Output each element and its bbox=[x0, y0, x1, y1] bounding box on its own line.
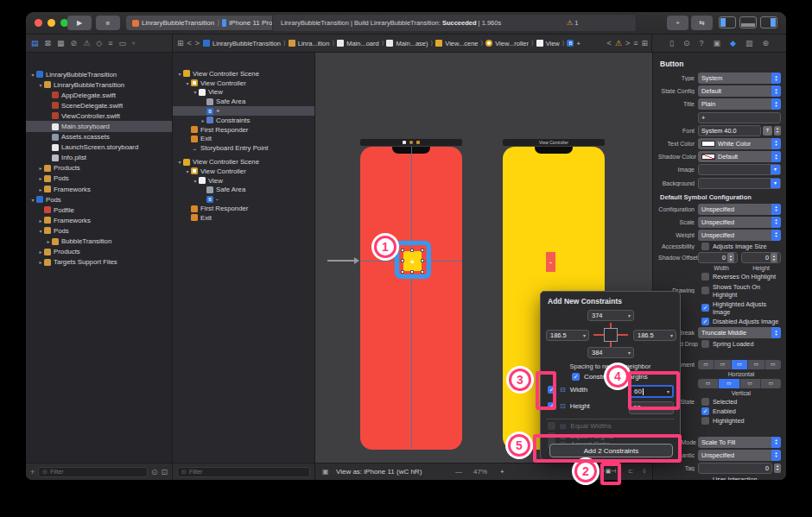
right-scene-dock[interactable]: View Controller bbox=[503, 139, 605, 146]
file-row[interactable]: Info.plist bbox=[26, 153, 172, 163]
file-row[interactable]: ▾LinraryBubbleTransition bbox=[26, 69, 172, 79]
segment-2[interactable]: ▭ bbox=[740, 379, 761, 388]
stepper-icon[interactable]: ▴▾ bbox=[774, 126, 781, 136]
stepper-icon[interactable]: ▴▾ bbox=[727, 253, 734, 262]
file-row[interactable]: ▸Products bbox=[26, 247, 172, 257]
code-review-button[interactable]: ⇆ bbox=[691, 16, 713, 30]
inspector-tab-quick-help-icon[interactable]: ? bbox=[699, 39, 703, 47]
file-row[interactable]: ▾Pods bbox=[26, 194, 172, 205]
minimize-button[interactable] bbox=[48, 19, 55, 27]
run-button[interactable]: ▶ bbox=[67, 16, 92, 30]
disclosure-icon[interactable]: ▾ bbox=[37, 228, 44, 234]
file-row[interactable]: ▸Products bbox=[26, 163, 172, 173]
view-controller-dock-icon[interactable] bbox=[403, 141, 406, 144]
stepper-icon[interactable]: ▲▼ bbox=[771, 98, 781, 110]
stop-button[interactable]: ■ bbox=[96, 16, 120, 30]
reverses-on-highlight-checkbox[interactable] bbox=[701, 273, 709, 281]
inspector-tab-size-icon[interactable]: ▥ bbox=[745, 39, 753, 47]
jumpbar-segment[interactable]: View bbox=[536, 40, 560, 47]
navigator-filter-input[interactable]: ⊙ Filter bbox=[38, 467, 148, 477]
inspector-tab-identity-icon[interactable]: ▣ bbox=[714, 39, 721, 47]
disclosure-icon[interactable]: ▾ bbox=[184, 80, 191, 86]
outline-row[interactable]: First Responder bbox=[173, 204, 314, 213]
text-color-dropdown[interactable]: White Color▲▼ bbox=[698, 138, 781, 149]
image-combo[interactable]: ▾ bbox=[698, 164, 781, 175]
issues-icon[interactable]: ⚠ bbox=[83, 39, 90, 47]
highlighted-checkbox[interactable] bbox=[701, 417, 709, 425]
left-scene-dock[interactable] bbox=[360, 139, 462, 146]
embed-icon[interactable]: ⊏ bbox=[628, 468, 633, 475]
file-row[interactable]: Assets.xcassets bbox=[26, 132, 172, 142]
disclosure-icon[interactable]: ▸ bbox=[37, 165, 44, 171]
disclosure-icon[interactable]: ▸ bbox=[37, 218, 44, 224]
issue-prev-icon[interactable]: < bbox=[607, 39, 612, 47]
trailing-spacing-field[interactable]: 186.5▾ bbox=[633, 330, 676, 341]
file-row[interactable]: ▾LinraryBubbleTransition bbox=[26, 79, 172, 90]
zoom-out-icon[interactable]: — bbox=[455, 468, 462, 476]
stepper-icon[interactable]: ▴▾ bbox=[774, 463, 781, 473]
enabled-checkbox[interactable]: ✓ bbox=[701, 407, 709, 415]
font-field[interactable]: System 40.0 bbox=[698, 125, 761, 136]
jumpbar-segment[interactable]: Main...oard bbox=[337, 40, 379, 47]
adjusts-image-size-checkbox[interactable] bbox=[701, 243, 709, 250]
outline-row[interactable]: ▾View Controller bbox=[173, 79, 314, 88]
exit-dock-icon[interactable] bbox=[416, 141, 420, 144]
offset-height-field[interactable]: 0▴▾ bbox=[741, 252, 781, 263]
segment-1[interactable]: ▭ bbox=[719, 379, 739, 388]
project-navigator-icon[interactable]: ▤ bbox=[31, 39, 39, 47]
title-text-field[interactable]: + bbox=[698, 112, 781, 123]
font-picker-icon[interactable]: T bbox=[763, 126, 772, 136]
stepper-icon[interactable]: ▲▼ bbox=[771, 437, 781, 448]
back-icon[interactable]: < bbox=[187, 39, 192, 47]
disclosure-icon[interactable]: ▸ bbox=[37, 175, 44, 181]
disclosure-icon[interactable]: ▾ bbox=[192, 178, 199, 184]
related-items-icon[interactable]: ⊞ bbox=[177, 39, 184, 47]
first-responder-dock-icon[interactable] bbox=[409, 141, 413, 144]
source-control-icon[interactable]: ⊠ bbox=[45, 39, 52, 47]
outline-row[interactable]: ▾View bbox=[173, 88, 314, 98]
stepper-icon[interactable]: ▲▼ bbox=[771, 138, 781, 149]
constrain-margins-checkbox[interactable]: ✓ bbox=[572, 373, 580, 381]
warning-badge[interactable]: ⚠ 1 bbox=[567, 19, 578, 27]
content-mode-dropdown[interactable]: Scale To Fill▲▼ bbox=[698, 437, 781, 448]
equal-widths-row[interactable]: ▤ Equal Widths bbox=[548, 422, 675, 430]
editor-options-icon[interactable]: ≡ bbox=[633, 39, 638, 47]
type-dropdown[interactable]: System▲▼ bbox=[698, 73, 781, 84]
outline-row[interactable]: ▾View Controller Scene bbox=[173, 157, 314, 167]
spring-loaded-checkbox[interactable] bbox=[701, 340, 709, 348]
add-editor-icon[interactable]: ⊞ bbox=[641, 39, 648, 47]
shadow-color-dropdown[interactable]: Default▲▼ bbox=[698, 151, 781, 162]
library-button[interactable]: + bbox=[667, 16, 688, 30]
constraint-anchor-square[interactable] bbox=[604, 328, 618, 342]
issue-next-icon[interactable]: > bbox=[625, 39, 630, 47]
disclosure-icon[interactable]: ▾ bbox=[176, 71, 183, 77]
segment-1[interactable]: ▭ bbox=[714, 360, 731, 369]
stepper-icon[interactable]: ▲▼ bbox=[771, 204, 781, 215]
segment-0[interactable]: ▭ bbox=[698, 360, 714, 369]
tests-icon[interactable]: ◇ bbox=[96, 39, 102, 47]
disclosure-icon[interactable]: ▾ bbox=[184, 168, 191, 174]
file-row[interactable]: ▸BubbleTransition bbox=[26, 236, 172, 247]
disclosure-icon[interactable]: ▸ bbox=[45, 238, 52, 244]
resolve-autolayout-icon[interactable]: ⇩ bbox=[642, 468, 647, 475]
stepper-icon[interactable]: ▲▼ bbox=[771, 327, 781, 338]
scale-dropdown[interactable]: Unspecified▲▼ bbox=[698, 217, 781, 228]
outline-row[interactable]: →Storyboard Entry Point bbox=[173, 143, 314, 153]
disclosure-icon[interactable]: ▾ bbox=[37, 82, 44, 88]
shows-touch-on-highlight-checkbox[interactable] bbox=[701, 287, 709, 294]
segment-2[interactable]: ▭ bbox=[732, 360, 748, 369]
anchor-stub-top[interactable] bbox=[610, 323, 612, 328]
disclosure-icon[interactable]: ▸ bbox=[37, 259, 44, 265]
forward-icon[interactable]: > bbox=[195, 39, 200, 47]
file-row[interactable]: Main.storyboard bbox=[26, 121, 172, 131]
file-row[interactable]: AppDelegate.swift bbox=[26, 90, 172, 100]
stepper-icon[interactable]: ▴▾ bbox=[771, 253, 777, 262]
file-row[interactable]: ▸Pods bbox=[26, 173, 172, 184]
view-as-label[interactable]: View as: iPhone 11 (wC hR) bbox=[336, 468, 422, 476]
outline-row[interactable]: B- bbox=[173, 194, 314, 204]
symbols-icon[interactable]: ▦ bbox=[57, 39, 65, 47]
outline-row[interactable]: Exit bbox=[173, 135, 314, 144]
jumpbar-segment[interactable]: Main...ase) bbox=[386, 40, 428, 47]
toggle-inspector-button[interactable] bbox=[760, 16, 777, 28]
disclosure-icon[interactable]: ▸ bbox=[37, 249, 44, 255]
